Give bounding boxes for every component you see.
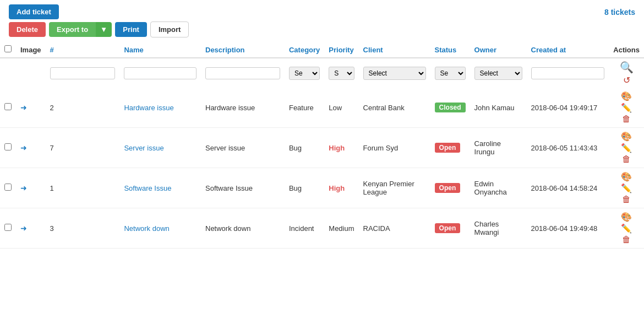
row-id-3: 3	[46, 208, 120, 249]
edit-icon-0[interactable]: ✏️	[621, 103, 632, 113]
filter-category-select[interactable]: Se	[289, 67, 320, 80]
search-icon[interactable]: 🔍	[620, 61, 634, 74]
header-priority: Priority	[324, 42, 358, 58]
row-select-checkbox-3[interactable]	[4, 224, 12, 231]
edit-icon-3[interactable]: ✏️	[621, 223, 632, 234]
delete-icon-0[interactable]: 🗑	[622, 114, 631, 124]
delete-icon-1[interactable]: 🗑	[622, 154, 631, 164]
action-group-3: 🎨 ✏️ 🗑	[613, 212, 640, 245]
palette-icon-2[interactable]: 🎨	[621, 171, 632, 182]
row-status-1: Open	[430, 128, 470, 168]
row-id-1: 7	[46, 128, 120, 168]
add-ticket-wrapper: Add ticket	[9, 4, 59, 19]
table-row: ➜ 3 Network down Network down Incident M…	[0, 208, 644, 249]
filter-number-input[interactable]	[50, 67, 116, 79]
export-dropdown-button[interactable]: ▼	[96, 22, 112, 37]
filter-created-input[interactable]	[531, 67, 605, 79]
add-ticket-button[interactable]: Add ticket	[9, 4, 59, 19]
row-description-2: Software Issue	[201, 168, 285, 208]
row-arrow-icon-2[interactable]: ➜	[20, 184, 27, 192]
header-client: Client	[359, 42, 430, 58]
header-category: Category	[285, 42, 324, 58]
row-select-checkbox-1[interactable]	[4, 143, 12, 150]
row-arrow-icon-3[interactable]: ➜	[20, 224, 27, 233]
header-checkbox-col	[0, 42, 16, 58]
action-group-1: 🎨 ✏️ 🗑	[613, 131, 640, 164]
filter-owner-col: Select	[470, 58, 527, 88]
filter-created-col	[527, 58, 609, 88]
action-group-2: 🎨 ✏️ 🗑	[613, 171, 640, 204]
select-all-checkbox[interactable]	[4, 45, 12, 52]
import-button[interactable]: Import	[150, 21, 189, 37]
filter-name-input[interactable]	[124, 67, 197, 79]
edit-icon-1[interactable]: ✏️	[621, 143, 632, 153]
row-client-1: Forum Syd	[359, 128, 430, 168]
delete-icon-3[interactable]: 🗑	[622, 235, 631, 245]
row-priority-2: High	[324, 168, 358, 208]
row-status-3: Open	[430, 208, 470, 249]
palette-icon-3[interactable]: 🎨	[621, 212, 632, 222]
filter-status-select[interactable]: Se	[435, 67, 466, 80]
filter-description-col	[201, 58, 285, 88]
row-client-2: Kenyan Premier League	[359, 168, 430, 208]
row-priority-1: High	[324, 128, 358, 168]
row-select-checkbox-2[interactable]	[4, 184, 12, 191]
row-arrow-icon-1[interactable]: ➜	[20, 143, 27, 152]
filter-priority-col: S	[324, 58, 358, 88]
header-owner: Owner	[470, 42, 527, 58]
delete-icon-2[interactable]: 🗑	[622, 195, 631, 204]
filter-client-col: Select	[359, 58, 430, 88]
filter-client-select[interactable]: Select	[363, 67, 426, 80]
header-description: Description	[201, 42, 285, 58]
palette-icon-1[interactable]: 🎨	[621, 131, 632, 142]
row-checkbox-2	[0, 168, 16, 208]
delete-button[interactable]: Delete	[9, 22, 46, 37]
filter-owner-select[interactable]: Select	[474, 67, 522, 80]
row-priority-0: Low	[324, 88, 358, 128]
filter-description-input[interactable]	[205, 67, 280, 79]
row-description-3: Network down	[201, 208, 285, 249]
print-button[interactable]: Print	[115, 22, 147, 37]
row-category-0: Feature	[285, 88, 324, 128]
row-owner-2: Edwin Onyancha	[470, 168, 527, 208]
row-select-checkbox-0[interactable]	[4, 103, 12, 110]
row-category-3: Incident	[285, 208, 324, 249]
header-number: #	[46, 42, 120, 58]
row-checkbox-3	[0, 208, 16, 249]
row-created-0: 2018-06-04 19:49:17	[527, 88, 609, 128]
table-row: ➜ 7 Server issue Server issue Bug High F…	[0, 128, 644, 168]
palette-icon-0[interactable]: 🎨	[621, 91, 632, 101]
filter-checkbox-col	[0, 58, 16, 88]
row-status-0: Closed	[430, 88, 470, 128]
row-image-1: ➜	[16, 128, 46, 168]
filter-number-col	[46, 58, 120, 88]
filter-status-col: Se	[430, 58, 470, 88]
row-name-2: Software Issue	[119, 168, 201, 208]
row-description-1: Server issue	[201, 128, 285, 168]
filter-row: Se S Select Se Select	[0, 58, 644, 88]
toolbar: Delete Export to ▼ Print Import	[0, 19, 644, 42]
filter-category-col: Se	[285, 58, 324, 88]
row-description-0: Hardware issue	[201, 88, 285, 128]
filter-actions-col: 🔍 ↺	[609, 58, 644, 88]
row-image-0: ➜	[16, 88, 46, 128]
row-owner-1: Caroline Irungu	[470, 128, 527, 168]
table-body: ➜ 2 Hardware issue Hardware issue Featur…	[0, 88, 644, 249]
row-owner-0: John Kamau	[470, 88, 527, 128]
row-status-badge-1: Open	[435, 143, 461, 153]
refresh-icon[interactable]: ↺	[623, 75, 630, 85]
row-arrow-icon-0[interactable]: ➜	[20, 103, 27, 112]
row-status-2: Open	[430, 168, 470, 208]
header-name: Name	[119, 42, 201, 58]
table-header-row: Image # Name Description Category Priori…	[0, 42, 644, 58]
row-status-badge-2: Open	[435, 183, 461, 193]
header-created-at: Created at	[527, 42, 609, 58]
row-category-2: Bug	[285, 168, 324, 208]
row-priority-3: Medium	[324, 208, 358, 249]
edit-icon-2[interactable]: ✏️	[621, 183, 632, 193]
export-button[interactable]: Export to	[49, 22, 96, 37]
header-image: Image	[16, 42, 46, 58]
export-group: Export to ▼	[49, 22, 112, 37]
row-id-0: 2	[46, 88, 120, 128]
filter-priority-select[interactable]: S	[329, 67, 354, 80]
